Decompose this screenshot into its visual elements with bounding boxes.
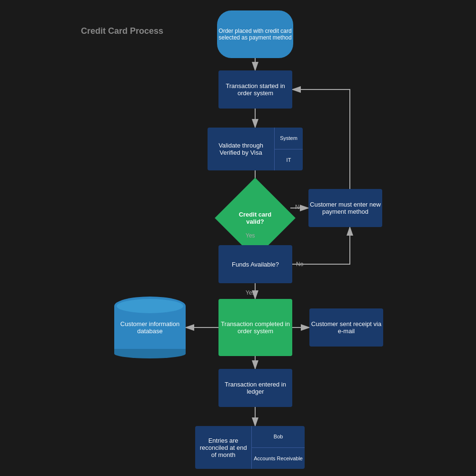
reconcile-node: Entries are reconciled at end of month B… (195, 426, 305, 469)
trans-complete-node: Transaction completed in order system (218, 299, 292, 356)
yes-label-1: Yes (246, 232, 255, 239)
ledger-node: Transaction entered in ledger (218, 369, 292, 407)
credit-valid-node: Credit card valid? (227, 189, 284, 247)
new-payment-node: Customer must enter new payment method (308, 189, 382, 227)
receipt-node: Customer sent receipt via e-mail (309, 308, 383, 347)
customer-db-node: Customer information database (114, 297, 186, 358)
funds-avail-node: Funds Available? (218, 245, 292, 283)
diagram-title: Credit Card Process (81, 26, 163, 36)
yes-label-2: Yes (246, 289, 255, 296)
validate-node: Validate through Verified by Visa System… (208, 128, 303, 170)
no-label-2: No (296, 261, 303, 268)
trans-start-node: Transaction started in order system (218, 70, 292, 109)
no-label-1: No (295, 204, 302, 210)
start-node: Order placed with credit card selected a… (217, 10, 293, 58)
